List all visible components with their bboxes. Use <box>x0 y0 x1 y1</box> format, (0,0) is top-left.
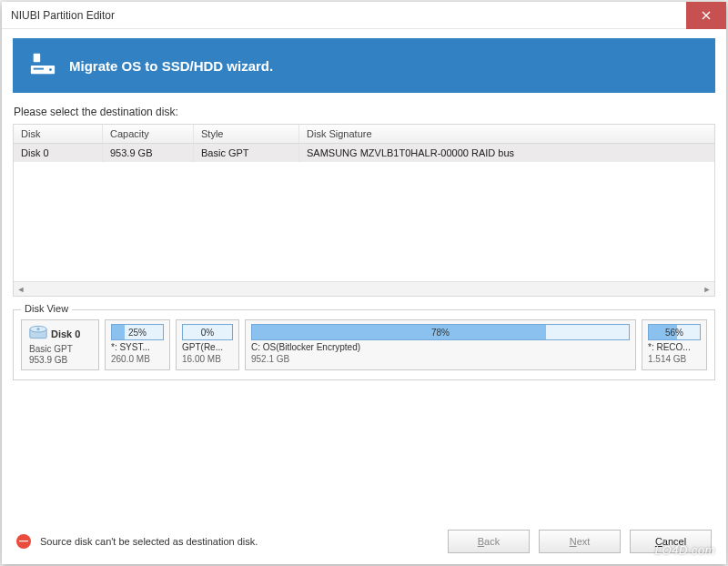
horizontal-scrollbar[interactable]: ◄ ► <box>14 281 714 296</box>
partition-block[interactable]: 0% GPT(Re... 16.00 MB <box>176 319 239 370</box>
error-icon <box>16 534 31 549</box>
partition-block[interactable]: 78% C: OS(Bitlocker Encrypted) 952.1 GB <box>245 319 636 370</box>
table-row[interactable]: Disk 0 953.9 GB Basic GPT SAMSUNG MZVLB1… <box>14 144 714 162</box>
partition-label: C: OS(Bitlocker Encrypted) <box>251 342 630 352</box>
disk-capacity: 953.9 GB <box>29 355 91 365</box>
partition-block[interactable]: 25% *: SYST... 260.0 MB <box>105 319 170 370</box>
cell-disk: Disk 0 <box>14 144 103 162</box>
svg-point-6 <box>36 328 39 330</box>
partition-block[interactable]: 56% *: RECO... 1.514 GB <box>642 319 707 370</box>
disk-view-panel: Disk View Disk 0 Basic GPT 953.9 GB 25% … <box>13 309 715 380</box>
partition-size: 16.00 MB <box>182 354 233 364</box>
partition-pct: 78% <box>431 328 450 338</box>
instruction-text: Please select the destination disk: <box>14 106 714 118</box>
col-header-signature[interactable]: Disk Signature <box>299 125 714 143</box>
cell-style: Basic GPT <box>194 144 299 162</box>
cancel-button[interactable]: Cancel <box>630 530 712 553</box>
partition-label: GPT(Re... <box>182 342 233 352</box>
table-body: Disk 0 953.9 GB Basic GPT SAMSUNG MZVLB1… <box>14 144 714 281</box>
col-header-style[interactable]: Style <box>194 125 299 143</box>
col-header-capacity[interactable]: Capacity <box>103 125 194 143</box>
disk-style: Basic GPT <box>29 344 91 354</box>
scroll-left-icon[interactable]: ◄ <box>14 282 28 297</box>
wizard-banner: Migrate OS to SSD/HDD wizard. <box>13 38 715 93</box>
content-area: Migrate OS to SSD/HDD wizard. Please sel… <box>2 29 726 564</box>
titlebar: NIUBI Partition Editor <box>2 2 726 29</box>
scroll-right-icon[interactable]: ► <box>700 282 714 297</box>
back-button[interactable]: Back <box>448 530 530 553</box>
partition-label: *: SYST... <box>111 342 164 352</box>
svg-point-2 <box>49 68 52 71</box>
col-header-disk[interactable]: Disk <box>14 125 103 143</box>
next-button[interactable]: Next <box>539 530 621 553</box>
partition-pct: 25% <box>128 328 147 338</box>
partition-size: 260.0 MB <box>111 354 164 364</box>
svg-rect-3 <box>34 68 44 70</box>
table-header-row: Disk Capacity Style Disk Signature <box>14 125 714 144</box>
partition-size: 1.514 GB <box>648 354 701 364</box>
partition-label: *: RECO... <box>648 342 701 352</box>
wizard-footer: Source disk can't be selected as destina… <box>13 521 715 555</box>
svg-rect-1 <box>34 54 41 62</box>
app-window: NIUBI Partition Editor Migrate OS to SSD… <box>2 2 726 564</box>
cell-signature: SAMSUNG MZVLB1T0HALR-00000 RAID bus <box>299 144 714 162</box>
error-message: Source disk can't be selected as destina… <box>40 536 439 547</box>
close-button[interactable] <box>686 2 726 29</box>
disk-name: Disk 0 <box>51 328 80 339</box>
partition-pct: 56% <box>665 328 683 338</box>
disk-card[interactable]: Disk 0 Basic GPT 953.9 GB <box>21 319 99 370</box>
partition-pct: 0% <box>201 328 214 338</box>
window-title: NIUBI Partition Editor <box>11 9 686 22</box>
migrate-disk-icon <box>29 50 56 81</box>
cell-capacity: 953.9 GB <box>103 144 194 162</box>
partition-size: 952.1 GB <box>251 354 630 364</box>
disk-view-row: Disk 0 Basic GPT 953.9 GB 25% *: SYST...… <box>21 319 707 370</box>
hard-disk-icon <box>29 325 47 343</box>
close-icon <box>702 11 711 20</box>
disk-view-legend: Disk View <box>21 303 72 314</box>
wizard-title: Migrate OS to SSD/HDD wizard. <box>69 58 273 74</box>
disk-table: Disk Capacity Style Disk Signature Disk … <box>13 124 715 297</box>
